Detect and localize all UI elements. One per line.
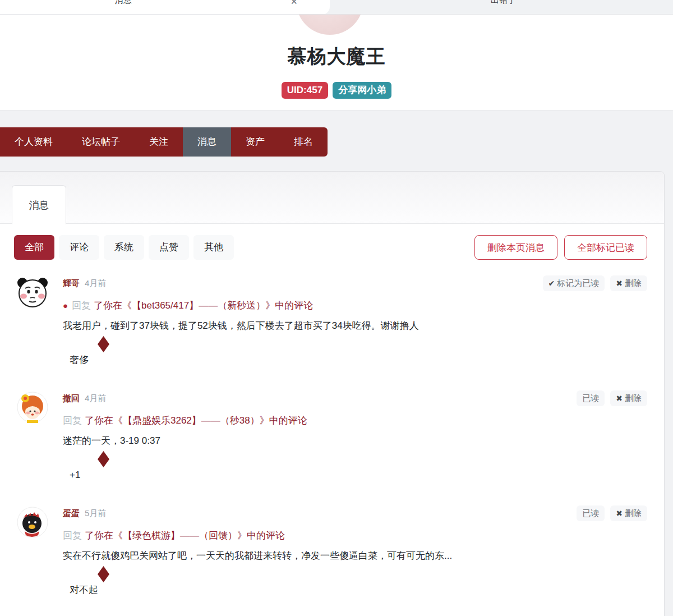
panel-tab-messages[interactable]: 消息 bbox=[12, 185, 66, 224]
filter-system[interactable]: 系统 bbox=[104, 235, 144, 260]
profile-avatar[interactable] bbox=[296, 15, 363, 35]
check-icon: ✔ bbox=[548, 279, 555, 288]
message-quote: +1 bbox=[70, 468, 647, 482]
filter-likes[interactable]: 点赞 bbox=[149, 235, 189, 260]
browser-other-tab-title[interactable]: 出错了 bbox=[491, 0, 516, 6]
message-reply-line: 回复了你在《【绿色棋游】——（回馈）》中的评论 bbox=[63, 529, 647, 543]
bulk-actions: 删除本页消息 全部标记已读 bbox=[474, 235, 647, 260]
filter-other[interactable]: 其他 bbox=[193, 235, 234, 260]
member-title-badge: 分享网小弟 bbox=[333, 82, 391, 99]
message-time: 4月前 bbox=[85, 393, 106, 404]
message-head: 輝哥 4月前 ✔标记为已读 ✖删除 bbox=[63, 275, 647, 291]
panel-body: 全部 评论 系统 点赞 其他 删除本页消息 全部标记已读 bbox=[0, 224, 664, 597]
avatar-cartoon-girl[interactable] bbox=[17, 392, 48, 423]
profile-header: 慕杨大魔王 UID:457 分享网小弟 bbox=[0, 15, 673, 111]
unread-dot-icon: ● bbox=[63, 301, 68, 310]
reply-label: 回复 bbox=[72, 300, 91, 311]
message-author: 撤回 4月前 bbox=[63, 393, 106, 404]
message-username[interactable]: 撤回 bbox=[63, 393, 80, 404]
filter-group: 全部 评论 系统 点赞 其他 bbox=[14, 235, 234, 260]
message-head: 蛋蛋 5月前 已读 ✖删除 bbox=[63, 505, 647, 521]
message-reply-line: 回复了你在《【鼎盛娱乐3262】——（秒38）》中的评论 bbox=[63, 414, 647, 427]
message-time: 4月前 bbox=[85, 278, 106, 289]
read-status-badge: 已读 bbox=[577, 505, 605, 521]
nav-item-forum-posts[interactable]: 论坛帖子 bbox=[67, 127, 135, 157]
mark-read-button[interactable]: ✔标记为已读 bbox=[543, 275, 605, 291]
read-status-label: 已读 bbox=[582, 508, 599, 518]
uid-badge: UID:457 bbox=[282, 82, 328, 99]
profile-nav: 个人资料 论坛帖子 关注 消息 资产 排名 bbox=[0, 127, 328, 157]
messages-panel: 消息 全部 评论 系统 点赞 其他 删除本页消息 全部标记已读 bbox=[0, 171, 665, 616]
browser-tab-bar: 消息 ✕ 出错了 bbox=[0, 0, 673, 15]
reply-label: 回复 bbox=[63, 530, 82, 541]
badge-row: UID:457 分享网小弟 bbox=[0, 82, 673, 99]
delete-label: 删除 bbox=[625, 508, 642, 518]
message-reply-line: ●回复了你在《【bet365/417】——（新秒送）》中的评论 bbox=[63, 299, 647, 312]
reply-target-link[interactable]: 了你在《【鼎盛娱乐3262】——（秒38）》中的评论 bbox=[85, 415, 307, 426]
close-icon: ✖ bbox=[616, 279, 623, 288]
reply-label: 回复 bbox=[63, 415, 82, 426]
browser-tab-active[interactable]: 消息 ✕ bbox=[0, 0, 330, 15]
message-actions: 已读 ✖删除 bbox=[577, 390, 647, 406]
delete-page-messages-button[interactable]: 删除本页消息 bbox=[474, 235, 557, 260]
close-icon: ✖ bbox=[616, 509, 623, 518]
message-item: 輝哥 4月前 ✔标记为已读 ✖删除 ●回复了你在《【bet365/417】——（… bbox=[14, 275, 647, 367]
nav-item-profile[interactable]: 个人资料 bbox=[0, 127, 67, 157]
delete-button[interactable]: ✖删除 bbox=[610, 505, 647, 521]
nav-item-assets[interactable]: 资产 bbox=[231, 127, 279, 157]
reply-target-link[interactable]: 了你在《【bet365/417】——（新秒送）》中的评论 bbox=[94, 300, 313, 311]
filter-row: 全部 评论 系统 点赞 其他 删除本页消息 全部标记已读 bbox=[14, 235, 647, 260]
message-item: 蛋蛋 5月前 已读 ✖删除 回复了你在《【绿色棋游】——（回馈）》中的评论 实在… bbox=[14, 505, 647, 597]
message-content: 实在不行就傻鸡巴关网站了吧，一天天的我都进来转转，净发一些傻逼白菜，可有可无的东… bbox=[63, 549, 647, 563]
message-author: 輝哥 4月前 bbox=[63, 278, 106, 289]
message-list: 輝哥 4月前 ✔标记为已读 ✖删除 ●回复了你在《【bet365/417】——（… bbox=[14, 275, 647, 597]
mark-all-read-button[interactable]: 全部标记已读 bbox=[564, 235, 647, 260]
message-head: 撤回 4月前 已读 ✖删除 bbox=[63, 390, 647, 406]
read-status-badge: 已读 bbox=[577, 390, 605, 406]
message-quote: 对不起 bbox=[70, 583, 647, 597]
mark-read-label: 标记为已读 bbox=[557, 278, 599, 288]
delete-label: 删除 bbox=[625, 393, 642, 403]
message-item: 撤回 4月前 已读 ✖删除 回复了你在《【鼎盛娱乐3262】——（秒38）》中的… bbox=[14, 390, 647, 482]
browser-tab-title: 消息 bbox=[115, 0, 132, 6]
filter-comments[interactable]: 评论 bbox=[59, 235, 99, 260]
message-actions: 已读 ✖删除 bbox=[577, 505, 647, 521]
quote-diamond-icon bbox=[98, 451, 109, 467]
message-time: 5月前 bbox=[85, 508, 106, 519]
panel-header: 消息 bbox=[0, 172, 664, 224]
quote-diamond-icon bbox=[98, 566, 109, 582]
close-icon: ✖ bbox=[616, 394, 623, 403]
delete-label: 删除 bbox=[625, 278, 642, 288]
profile-username: 慕杨大魔王 bbox=[0, 44, 673, 70]
nav-item-messages[interactable]: 消息 bbox=[183, 127, 231, 157]
avatar-panda-meme[interactable] bbox=[17, 277, 48, 308]
tab-close-icon[interactable]: ✕ bbox=[291, 0, 298, 7]
delete-button[interactable]: ✖删除 bbox=[610, 275, 647, 291]
avatar-black-chick[interactable] bbox=[17, 507, 48, 538]
message-quote: 奢侈 bbox=[70, 353, 647, 367]
nav-item-following[interactable]: 关注 bbox=[135, 127, 183, 157]
message-author: 蛋蛋 5月前 bbox=[63, 508, 106, 519]
delete-button[interactable]: ✖删除 bbox=[610, 390, 647, 406]
message-username[interactable]: 蛋蛋 bbox=[63, 508, 80, 519]
quote-diamond-icon bbox=[98, 336, 109, 352]
message-username[interactable]: 輝哥 bbox=[63, 278, 80, 289]
filter-all[interactable]: 全部 bbox=[14, 235, 54, 260]
read-status-label: 已读 bbox=[582, 393, 599, 403]
message-content: 我老用户，碰到了37块钱，提了52块钱，然后下楼去了超市买了34块吃得。谢谢撸人 bbox=[63, 319, 647, 333]
nav-item-ranking[interactable]: 排名 bbox=[279, 127, 328, 157]
message-actions: ✔标记为已读 ✖删除 bbox=[543, 275, 647, 291]
reply-target-link[interactable]: 了你在《【绿色棋游】——（回馈）》中的评论 bbox=[85, 530, 285, 541]
message-content: 迷茫的一天，3-19 0:37 bbox=[63, 434, 647, 448]
